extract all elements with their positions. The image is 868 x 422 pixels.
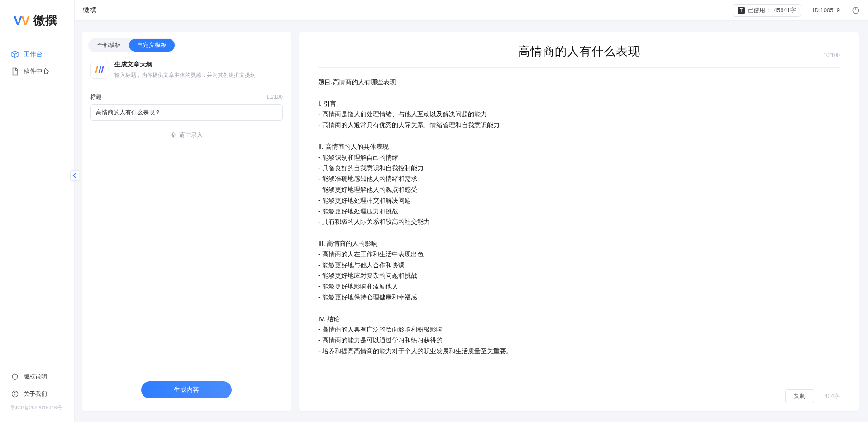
logo-text: 微撰 [33, 13, 57, 28]
sidebar-bottom: 版权说明 关于我们 鄂ICP备2022016946号 [0, 365, 74, 422]
usage-value: 45641字 [774, 6, 796, 14]
microphone-icon [170, 132, 176, 138]
nav-label: 版权说明 [24, 373, 47, 381]
power-icon[interactable] [852, 6, 860, 14]
user-id: ID:100519 [813, 7, 840, 14]
usage-pill[interactable]: T 已使用： 45641字 [733, 4, 801, 17]
tab-all-templates[interactable]: 全部模板 [89, 39, 129, 52]
title-form: 标题 11/100 请空录入 [82, 83, 291, 139]
document-icon [11, 67, 19, 76]
template-icon [90, 61, 108, 79]
title-input[interactable] [90, 104, 283, 121]
nav-label: 工作台 [24, 50, 43, 58]
output-panel: 高情商的人有什么表现 10/100 题目:高情商的人有哪些表现 I. 引言 - … [299, 32, 859, 411]
app-logo: VV 微撰 [0, 0, 74, 41]
text-badge-icon: T [738, 7, 745, 14]
nav-item-copyright[interactable]: 版权说明 [0, 368, 74, 385]
voice-label: 请空录入 [179, 131, 203, 139]
nav-item-about[interactable]: 关于我们 [0, 385, 74, 403]
tab-custom-templates[interactable]: 自定义模板 [129, 39, 175, 52]
template-desc: 输入标题，为你提供文章主体的灵感，并为其创建推文提纲 [114, 71, 256, 79]
usage-label: 已使用： [748, 6, 771, 14]
document-body[interactable]: 题目:高情商的人有哪些表现 I. 引言 - 高情商是指人们处理情绪、与他人互动以… [318, 77, 840, 378]
main: 微撰 T 已使用： 45641字 ID:100519 [75, 0, 868, 422]
template-title: 生成文章大纲 [114, 61, 256, 69]
document-title-count: 10/100 [823, 52, 840, 58]
primary-nav: 工作台 稿件中心 [0, 41, 74, 365]
logo-mark: VV [13, 14, 30, 28]
chevron-left-icon [72, 173, 77, 178]
generate-button[interactable]: 生成内容 [141, 381, 232, 398]
topbar: 微撰 T 已使用： 45641字 ID:100519 [75, 0, 868, 21]
svg-rect-5 [172, 133, 174, 136]
sidebar-collapse-toggle[interactable] [70, 170, 79, 181]
icp-text: 鄂ICP备2022016946号 [0, 403, 74, 417]
template-card: 生成文章大纲 输入标题，为你提供文章主体的灵感，并为其创建推文提纲 [82, 52, 291, 83]
nav-label: 关于我们 [24, 390, 47, 398]
workspace: 全部模板 自定义模板 生成文章大纲 输入标题，为你提供文章主体的灵感，并为其创建… [75, 21, 868, 422]
cube-icon [11, 50, 19, 58]
document-title[interactable]: 高情商的人有什么表现 [518, 43, 640, 59]
title-char-count: 11/100 [266, 94, 283, 100]
template-tabs: 全部模板 自定义模板 [82, 32, 291, 52]
info-icon [11, 390, 19, 398]
template-panel: 全部模板 自定义模板 生成文章大纲 输入标题，为你提供文章主体的灵感，并为其创建… [82, 32, 291, 411]
topbar-title: 微撰 [81, 6, 96, 14]
title-label: 标题 [90, 93, 102, 101]
shield-icon [11, 373, 19, 381]
voice-input-button[interactable]: 请空录入 [90, 131, 283, 139]
nav-item-drafts[interactable]: 稿件中心 [0, 63, 74, 80]
nav-item-workspace[interactable]: 工作台 [0, 46, 74, 63]
nav-label: 稿件中心 [24, 67, 49, 76]
sidebar: VV 微撰 工作台 稿件中心 版权说明 [0, 0, 75, 422]
word-count: 404字 [824, 392, 840, 400]
copy-button[interactable]: 复制 [785, 389, 814, 403]
svg-point-2 [14, 392, 15, 393]
